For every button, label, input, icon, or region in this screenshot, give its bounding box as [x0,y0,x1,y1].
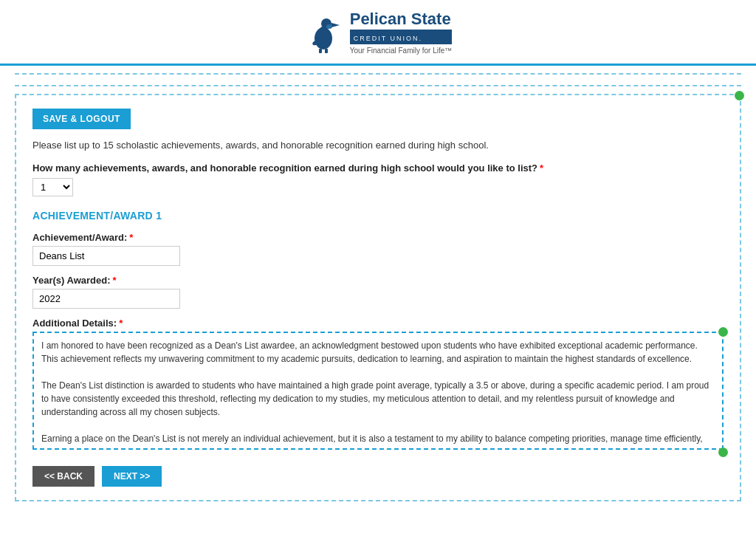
save-logout-button[interactable]: SAVE & LOGOUT [32,109,131,129]
additional-label: Additional Details:* [32,318,724,329]
required-star: * [540,162,543,174]
additional-textarea[interactable]: I am honored to have been recognized as … [32,332,724,450]
achievement-field-group: Achievement/Award:* [32,232,724,266]
textarea-top-right-dot [718,327,728,337]
main-content: SAVE & LOGOUT Please list up to 15 schol… [0,94,756,545]
additional-field-group: Additional Details:* I am honored to hav… [32,318,724,453]
textarea-bottom-right-dot [718,448,728,457]
count-question-group: How many achievements, awards, and honor… [32,162,724,196]
dashed-strip [15,73,741,86]
logo-tagline: Your Financial Family for Life™ [350,47,453,55]
textarea-wrapper: I am honored to have been recognized as … [32,332,724,453]
next-button[interactable]: NEXT >> [102,466,162,487]
count-select[interactable]: 1 2 3 4 5 6 7 8 9 10 11 12 13 14 [32,178,73,196]
count-dropdown-row: 1 2 3 4 5 6 7 8 9 10 11 12 13 14 [32,178,724,196]
count-question-label: How many achievements, awards, and honor… [32,162,724,174]
logo-text-area: Pelican State credit union. Your Financi… [350,10,453,55]
logo-subtitle-box: credit union. [350,30,453,44]
achievement-input[interactable] [32,246,180,266]
svg-rect-5 [319,49,322,53]
pelican-logo-icon [304,10,343,55]
achievement-label: Achievement/Award:* [32,232,724,243]
page-wrapper: Pelican State credit union. Your Financi… [0,0,756,545]
year-required-star: * [113,275,117,286]
svg-point-4 [326,24,332,29]
year-label: Year(s) Awarded:* [32,275,724,286]
logo-area: Pelican State credit union. Your Financi… [304,10,453,55]
year-field-group: Year(s) Awarded:* [32,275,724,309]
outer-top-right-dot [735,91,744,100]
logo-subtitle: credit union. [354,35,422,42]
header: Pelican State credit union. Your Financi… [0,0,756,66]
back-button[interactable]: << BACK [32,466,94,487]
logo-name: Pelican State [350,10,453,28]
svg-marker-2 [331,23,340,27]
nav-buttons: << BACK NEXT >> [32,466,724,487]
instruction-text: Please list up to 15 scholastic achievem… [32,140,724,151]
achievement-required-star: * [129,232,133,243]
section-heading: ACHIEVEMENT/AWARD 1 [32,210,724,222]
additional-required-star: * [119,318,123,329]
svg-rect-3 [320,27,328,34]
year-input[interactable] [32,289,180,309]
outer-box: SAVE & LOGOUT Please list up to 15 schol… [15,94,741,501]
svg-rect-6 [325,49,328,53]
